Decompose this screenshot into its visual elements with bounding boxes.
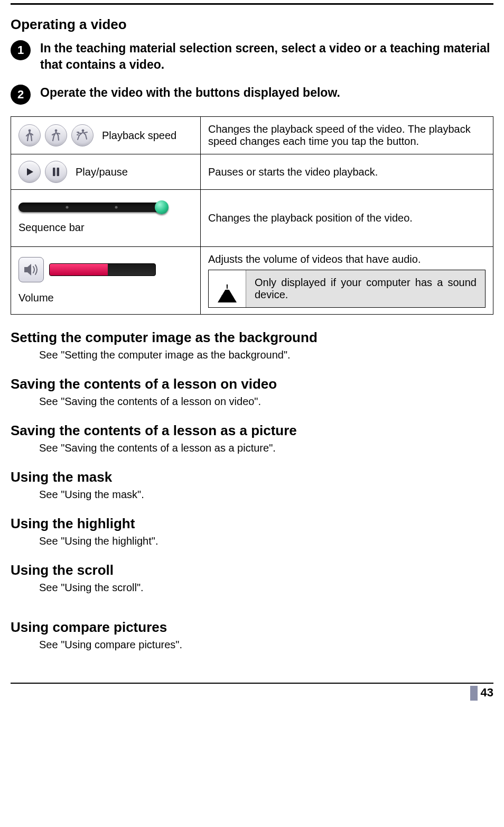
heading-using-mask: Using the mask — [11, 469, 493, 485]
sequence-bar-label: Sequence bar — [18, 222, 193, 234]
volume-bar-icon — [49, 263, 156, 276]
speaker-icon — [18, 257, 44, 282]
svg-rect-5 — [57, 168, 60, 176]
table-row: Play/pause Pauses or starts the video pl… — [11, 154, 493, 190]
step-1-text: In the teaching material selection scree… — [40, 40, 493, 73]
step-2: 2 Operate the video with the buttons dis… — [11, 85, 493, 105]
svg-marker-6 — [24, 264, 31, 275]
table-row: Playback speed Changes the playback spee… — [11, 117, 493, 154]
svg-point-1 — [55, 130, 58, 132]
volume-note: ! 注意 Only displayed if your computer has… — [208, 270, 486, 308]
volume-label: Volume — [18, 292, 193, 304]
pause-icon — [45, 161, 67, 183]
svg-point-2 — [82, 130, 85, 132]
step-badge-2: 2 — [11, 85, 31, 105]
heading-using-scroll: Using the scroll — [11, 562, 493, 578]
text-save-picture: See "Saving the contents of a lesson as … — [39, 442, 493, 454]
page-accent-bar — [470, 686, 478, 701]
volume-note-text: Only displayed if your computer has a so… — [246, 270, 485, 307]
speed-run-icon — [71, 124, 94, 146]
heading-save-video: Saving the contents of a lesson on video — [11, 376, 493, 392]
step-badge-1: 1 — [11, 40, 31, 60]
heading-set-background: Setting the computer image as the backgr… — [11, 329, 493, 346]
text-using-scroll: See "Using the scroll". — [39, 582, 493, 594]
page-top-rule — [11, 3, 493, 5]
page-number: 43 — [481, 686, 493, 699]
step-2-text: Operate the video with the buttons displ… — [40, 85, 340, 101]
controls-table: Playback speed Changes the playback spee… — [11, 116, 493, 315]
heading-compare-pictures: Using compare pictures — [11, 619, 493, 636]
speed-jog-icon — [45, 124, 67, 146]
page-footer: 43 — [11, 686, 493, 701]
heading-save-picture: Saving the contents of a lesson as a pic… — [11, 422, 493, 439]
text-save-video: See "Saving the contents of a lesson on … — [39, 396, 493, 408]
page-bottom-rule — [11, 683, 493, 684]
text-using-highlight: See "Using the highlight". — [39, 535, 493, 547]
text-compare-pictures: See "Using compare pictures". — [39, 639, 493, 651]
table-row: Sequence bar Changes the playback positi… — [11, 190, 493, 247]
svg-marker-3 — [27, 168, 33, 176]
playback-speed-label: Playback speed — [102, 130, 176, 142]
play-pause-label: Play/pause — [76, 166, 128, 178]
play-icon — [18, 161, 41, 183]
step-1: 1 In the teaching material selection scr… — [11, 40, 493, 73]
table-row: Volume Adjusts the volume of videos that… — [11, 247, 493, 315]
text-using-mask: See "Using the mask". — [39, 489, 493, 501]
speed-walk-icon — [18, 124, 41, 146]
sequence-bar-desc: Changes the playback position of the vid… — [201, 190, 493, 247]
playback-speed-desc: Changes the playback speed of the video.… — [201, 117, 493, 154]
text-set-background: See "Setting the computer image as the b… — [39, 349, 493, 361]
heading-operating-video: Operating a video — [11, 16, 493, 33]
svg-rect-4 — [53, 168, 55, 176]
heading-using-highlight: Using the highlight — [11, 516, 493, 532]
caution-icon: ! 注意 — [209, 270, 246, 307]
svg-point-0 — [29, 130, 31, 132]
volume-desc: Adjusts the volume of videos that have a… — [208, 253, 486, 265]
play-pause-desc: Pauses or starts the video playback. — [201, 154, 493, 190]
sequence-bar-icon — [18, 203, 166, 212]
